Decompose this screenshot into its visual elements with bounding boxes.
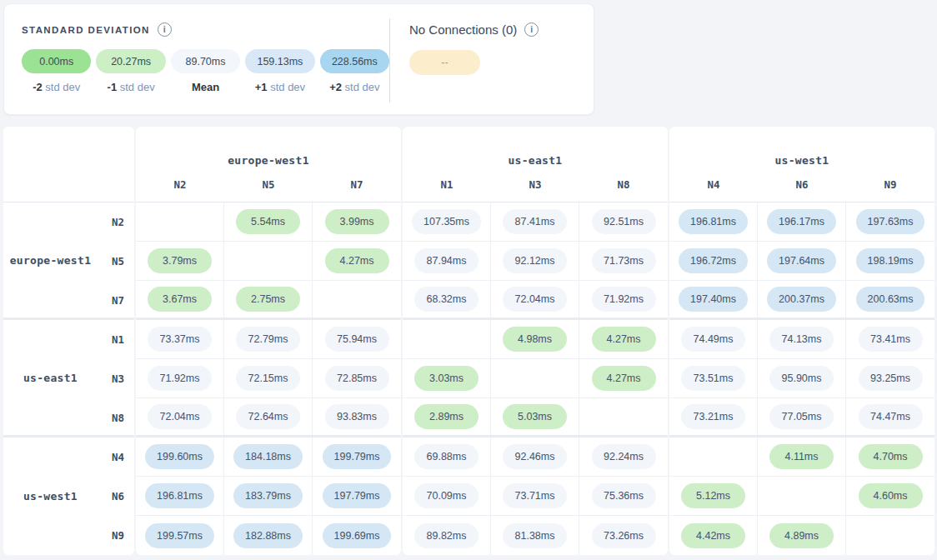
latency-cell[interactable]: 3.67ms bbox=[136, 281, 224, 318]
latency-cell[interactable]: 73.21ms bbox=[669, 398, 758, 435]
latency-cell[interactable]: 92.12ms bbox=[491, 242, 579, 280]
latency-cell[interactable]: 3.03ms bbox=[403, 359, 491, 398]
row-group-europe-west1: europe-west1N2N5N7 bbox=[3, 202, 134, 320]
latency-cell[interactable]: 87.94ms bbox=[403, 242, 491, 280]
latency-cell[interactable]: 197.79ms bbox=[313, 477, 401, 515]
latency-cell[interactable]: 2.89ms bbox=[403, 398, 491, 435]
latency-pill: 87.41ms bbox=[503, 209, 567, 234]
latency-cell[interactable]: 73.71ms bbox=[491, 477, 579, 515]
latency-cell[interactable]: 200.37ms bbox=[758, 281, 846, 318]
latency-cell[interactable]: 200.63ms bbox=[846, 281, 934, 318]
latency-cell[interactable]: 68.32ms bbox=[403, 281, 491, 318]
latency-cell[interactable]: 5.03ms bbox=[491, 398, 579, 435]
legend-label-plus2: +2 std dev bbox=[320, 81, 389, 93]
latency-cell[interactable]: 4.42ms bbox=[669, 516, 758, 555]
legend-pill-plus2: 228.56ms bbox=[320, 49, 389, 73]
latency-pill: 197.64ms bbox=[767, 248, 836, 273]
latency-cell[interactable]: 4.27ms bbox=[313, 242, 401, 280]
latency-cell[interactable]: 196.17ms bbox=[758, 202, 846, 241]
latency-cell[interactable]: 70.09ms bbox=[403, 477, 491, 515]
latency-cell[interactable]: 74.47ms bbox=[846, 398, 934, 435]
matrix-row: 73.21ms77.05ms74.47ms bbox=[669, 398, 934, 438]
latency-cell[interactable]: 69.88ms bbox=[403, 438, 491, 476]
latency-cell[interactable]: 72.15ms bbox=[224, 359, 313, 398]
latency-cell[interactable]: 95.90ms bbox=[758, 359, 846, 398]
latency-cell[interactable]: 4.98ms bbox=[491, 320, 579, 358]
latency-cell[interactable]: 4.70ms bbox=[846, 438, 934, 476]
latency-cell[interactable]: 73.37ms bbox=[136, 320, 224, 358]
latency-cell[interactable]: 197.63ms bbox=[846, 202, 934, 241]
matrix-row: 3.79ms4.27ms bbox=[136, 242, 401, 281]
latency-cell[interactable]: 75.94ms bbox=[313, 320, 401, 358]
column-node-label: N4 bbox=[669, 168, 758, 202]
latency-cell[interactable]: 74.49ms bbox=[669, 320, 758, 358]
latency-cell[interactable]: 197.64ms bbox=[758, 242, 846, 280]
matrix-row: 4.98ms4.27ms bbox=[403, 320, 668, 359]
self-cell bbox=[669, 438, 758, 476]
column-node-label: N1 bbox=[403, 168, 491, 202]
column-group-header: europe-west1N2N5N7 bbox=[136, 127, 401, 202]
latency-cell[interactable]: 3.99ms bbox=[313, 202, 401, 241]
latency-cell[interactable]: 5.54ms bbox=[224, 202, 313, 241]
latency-pill: 75.36ms bbox=[592, 483, 656, 508]
latency-cell[interactable]: 72.64ms bbox=[224, 398, 313, 435]
std-dev-info-icon[interactable]: i bbox=[158, 22, 172, 37]
latency-cell[interactable]: 199.79ms bbox=[313, 438, 401, 476]
latency-cell[interactable]: 4.11ms bbox=[758, 438, 846, 476]
legend-pill-minus2: 0.00ms bbox=[22, 49, 91, 73]
column-node-label: N9 bbox=[846, 168, 934, 202]
latency-cell[interactable]: 5.12ms bbox=[669, 477, 758, 515]
latency-cell[interactable]: 74.13ms bbox=[758, 320, 846, 358]
latency-cell[interactable]: 182.88ms bbox=[224, 516, 313, 555]
latency-cell[interactable]: 107.35ms bbox=[403, 202, 491, 241]
no-connections-info-icon[interactable]: i bbox=[524, 22, 539, 37]
latency-cell[interactable]: 72.85ms bbox=[313, 359, 401, 398]
latency-cell[interactable]: 4.27ms bbox=[579, 359, 668, 398]
latency-pill: 71.73ms bbox=[592, 248, 656, 273]
latency-cell[interactable]: 73.41ms bbox=[846, 320, 934, 358]
latency-cell[interactable]: 73.26ms bbox=[579, 516, 668, 555]
latency-cell[interactable]: 72.79ms bbox=[224, 320, 313, 358]
latency-cell[interactable]: 197.40ms bbox=[669, 281, 758, 318]
latency-cell[interactable]: 4.89ms bbox=[758, 516, 846, 555]
latency-pill: 74.13ms bbox=[769, 327, 834, 352]
latency-cell[interactable]: 92.46ms bbox=[491, 438, 579, 476]
latency-cell[interactable]: 184.18ms bbox=[224, 438, 313, 476]
self-cell bbox=[846, 516, 934, 555]
matrix-row: 70.09ms73.71ms75.36ms bbox=[403, 477, 668, 516]
latency-cell[interactable]: 4.60ms bbox=[846, 477, 934, 515]
latency-cell[interactable]: 75.36ms bbox=[579, 477, 668, 515]
latency-cell[interactable]: 72.04ms bbox=[136, 398, 224, 435]
latency-cell[interactable]: 4.27ms bbox=[579, 320, 668, 358]
row-header-section: europe-west1N2N5N7us-east1N1N3N8us-west1… bbox=[3, 127, 134, 555]
latency-cell[interactable]: 92.51ms bbox=[579, 202, 668, 241]
latency-cell[interactable]: 2.75ms bbox=[224, 281, 313, 318]
latency-pill: 197.79ms bbox=[323, 483, 392, 508]
latency-pill: 182.88ms bbox=[233, 523, 303, 548]
latency-pill: 5.12ms bbox=[681, 483, 745, 508]
latency-pill: 92.24ms bbox=[592, 444, 656, 469]
latency-cell[interactable]: 196.81ms bbox=[136, 477, 224, 515]
latency-cell[interactable]: 71.92ms bbox=[579, 281, 668, 318]
latency-cell[interactable]: 89.82ms bbox=[403, 516, 491, 555]
latency-cell[interactable]: 183.79ms bbox=[224, 477, 313, 515]
latency-cell[interactable]: 93.25ms bbox=[846, 359, 934, 398]
latency-cell[interactable]: 196.72ms bbox=[669, 242, 758, 280]
latency-cell[interactable]: 71.73ms bbox=[579, 242, 668, 280]
latency-cell[interactable]: 77.05ms bbox=[758, 398, 846, 435]
latency-cell[interactable]: 3.79ms bbox=[136, 242, 224, 280]
latency-cell[interactable]: 93.83ms bbox=[313, 398, 401, 435]
latency-cell[interactable]: 81.38ms bbox=[491, 516, 579, 555]
latency-cell[interactable]: 199.69ms bbox=[313, 516, 401, 555]
latency-cell[interactable]: 72.04ms bbox=[491, 281, 579, 318]
latency-cell[interactable]: 198.19ms bbox=[846, 242, 934, 280]
latency-cell[interactable]: 199.60ms bbox=[136, 438, 224, 476]
latency-cell[interactable]: 73.51ms bbox=[669, 359, 758, 398]
matrix-row: 197.40ms200.37ms200.63ms bbox=[669, 281, 934, 320]
latency-cell[interactable]: 71.92ms bbox=[136, 359, 224, 398]
latency-cell[interactable]: 87.41ms bbox=[491, 202, 579, 241]
latency-cell[interactable]: 92.24ms bbox=[579, 438, 668, 476]
latency-cell[interactable]: 196.81ms bbox=[669, 202, 758, 241]
latency-cell[interactable]: 199.57ms bbox=[136, 516, 224, 555]
no-connections-legend: No Connections (0) i -- bbox=[390, 4, 539, 114]
